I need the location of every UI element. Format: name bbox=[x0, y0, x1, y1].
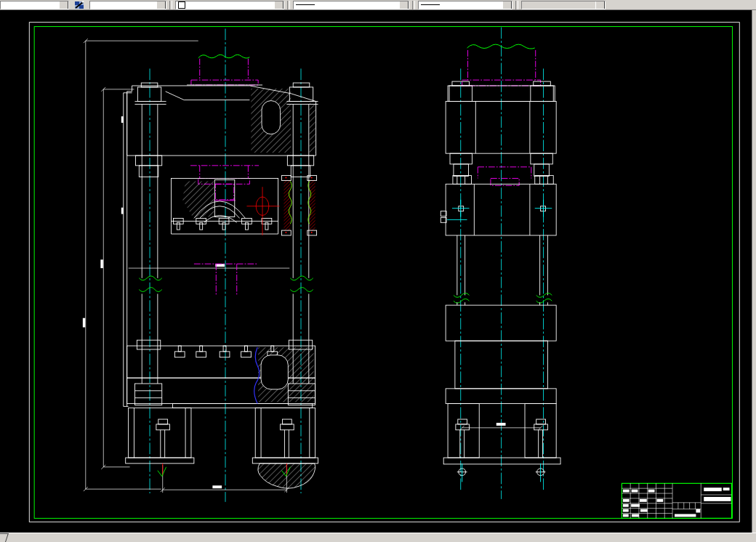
dim-style-icon bbox=[74, 1, 84, 9]
chevron-down-icon[interactable] bbox=[399, 1, 409, 9]
linetype-sample-icon bbox=[296, 4, 315, 5]
toolbar-separator bbox=[412, 1, 415, 9]
style-manager-button[interactable] bbox=[71, 0, 88, 9]
dim-style-combo[interactable] bbox=[0, 1, 69, 9]
chevron-down-icon[interactable] bbox=[502, 1, 512, 9]
plot-style-combo bbox=[521, 1, 606, 9]
text-style-combo[interactable] bbox=[89, 1, 166, 9]
object-properties-toolbar bbox=[0, 0, 756, 10]
toolbar-separator bbox=[515, 1, 518, 9]
color-combo[interactable] bbox=[175, 1, 284, 9]
chevron-down-icon bbox=[595, 1, 605, 9]
color-swatch-icon bbox=[178, 1, 185, 9]
toolbar-separator bbox=[287, 1, 290, 9]
model-space-background bbox=[7, 10, 744, 522]
tab-layout2[interactable] bbox=[0, 533, 9, 542]
lineweight-combo[interactable] bbox=[418, 1, 512, 9]
layout-tabs-bar bbox=[0, 533, 756, 542]
drawing-canvas[interactable] bbox=[0, 10, 752, 533]
toolbar-separator bbox=[169, 1, 172, 9]
canvas-right-edge bbox=[752, 10, 756, 533]
chevron-down-icon[interactable] bbox=[156, 1, 166, 9]
lineweight-sample-icon bbox=[421, 4, 440, 5]
cad-application-window bbox=[0, 0, 756, 542]
chevron-down-icon[interactable] bbox=[59, 1, 68, 9]
chevron-down-icon[interactable] bbox=[274, 1, 284, 9]
linetype-combo[interactable] bbox=[293, 1, 409, 9]
